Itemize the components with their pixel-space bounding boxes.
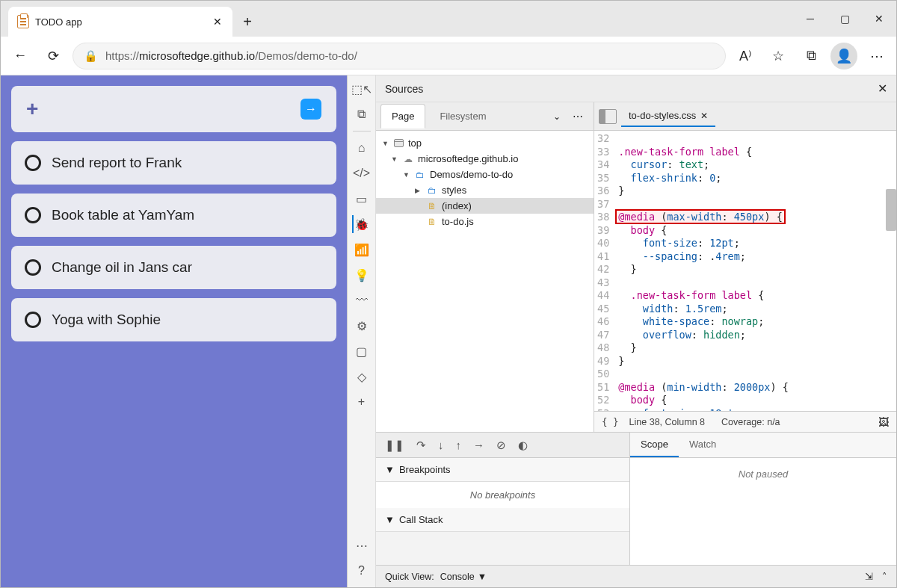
elements-icon[interactable]: </> xyxy=(353,164,371,182)
quickview-select[interactable]: Console ▼ xyxy=(440,572,487,582)
maximize-button[interactable]: ▢ xyxy=(827,1,862,37)
code-editor[interactable]: 3233343536373839404142434445464748495051… xyxy=(594,131,896,411)
todo-item[interactable]: Book table at YamYam xyxy=(11,194,336,237)
not-paused-label: Not paused xyxy=(630,458,896,490)
clipboard-icon xyxy=(17,15,29,28)
step-out-icon[interactable]: ↑ xyxy=(456,439,462,451)
tree-folder[interactable]: ▼ 🗀 Demos/demo-to-do xyxy=(376,167,594,182)
browser-toolbar: ← ⟳ 🔒 https://microsoftedge.github.io/De… xyxy=(1,37,896,75)
performance-icon[interactable]: 〰 xyxy=(353,291,371,309)
tree-label: top xyxy=(408,137,422,149)
cursor-position: Line 38, Column 8 xyxy=(629,417,705,427)
refresh-button[interactable]: ⟳ xyxy=(40,43,67,69)
divider xyxy=(353,131,371,131)
menu-button[interactable]: ⋯ xyxy=(863,43,890,69)
no-breakpoints-label: No breakpoints xyxy=(376,482,629,508)
todo-item[interactable]: Send report to Frank xyxy=(11,141,336,185)
step-icon[interactable]: → xyxy=(473,439,484,451)
devtools-activity-bar: ⬚↖ ⧉ ⌂ </> ▭ 🐞 📶 💡 〰 ⚙ ▢ ◇ + ⋯ ? xyxy=(348,75,376,587)
todo-item[interactable]: Yoga with Sophie xyxy=(11,298,336,341)
inspect-icon[interactable]: ⬚↖ xyxy=(353,80,371,98)
tree-label: (index) xyxy=(442,200,472,211)
quickview-value: Console xyxy=(440,572,475,582)
editor-tab[interactable]: to-do-styles.css ✕ xyxy=(621,105,715,127)
code-lines[interactable]: .new-task-form label { cursor: text; fle… xyxy=(615,131,896,411)
circle-icon[interactable] xyxy=(25,155,41,171)
window-icon xyxy=(394,139,404,147)
callstack-section[interactable]: ▼ Call Stack xyxy=(376,508,629,532)
back-button[interactable]: ← xyxy=(7,43,34,69)
plus-icon: + xyxy=(26,97,38,121)
scope-watch-tabs: Scope Watch xyxy=(630,433,896,458)
section-label: Call Stack xyxy=(399,514,443,525)
window-controls: ─ ▢ ✕ xyxy=(793,1,896,37)
new-tab-button[interactable]: + xyxy=(232,7,262,37)
tab-scope[interactable]: Scope xyxy=(630,433,679,457)
new-task-form[interactable]: + → xyxy=(11,86,336,132)
chevron-down-icon[interactable]: ⌄ xyxy=(549,107,565,126)
memory-icon[interactable]: ⚙ xyxy=(353,317,371,335)
tree-styles[interactable]: ▶ 🗀 styles xyxy=(376,182,594,198)
circle-icon[interactable] xyxy=(25,312,41,328)
device-icon[interactable]: ⧉ xyxy=(353,105,371,123)
settings-icon[interactable]: ⋯ xyxy=(353,536,371,554)
profile-button[interactable]: 👤 xyxy=(830,43,857,69)
close-devtools-icon[interactable]: ✕ xyxy=(878,81,887,96)
close-tab-icon[interactable]: ✕ xyxy=(700,111,708,121)
deactivate-bp-icon[interactable]: ⊘ xyxy=(496,439,506,452)
arrow-down-icon: ▼ xyxy=(391,155,398,163)
braces-icon[interactable]: { } xyxy=(602,416,619,427)
quick-view-bar: Quick View: Console ▼ ⇲ ˄ xyxy=(376,565,896,587)
tab-page[interactable]: Page xyxy=(380,104,425,129)
console-icon[interactable]: ▭ xyxy=(353,190,371,208)
security-icon[interactable]: ◇ xyxy=(353,368,371,386)
tree-label: to-do.js xyxy=(442,216,474,227)
arrow-down-icon: ▼ xyxy=(403,171,410,179)
coverage-label: Coverage: n/a xyxy=(721,417,780,427)
navigator-tabs: Page Filesystem ⌄ ⋯ xyxy=(376,102,594,131)
debugger-right: Scope Watch Not paused xyxy=(630,433,896,565)
browser-tab[interactable]: TODO app ✕ xyxy=(8,7,232,37)
help-icon[interactable]: ? xyxy=(353,562,371,580)
toggle-navigator-icon[interactable] xyxy=(599,109,617,124)
todo-page: + → Send report to Frank Book table at Y… xyxy=(1,75,347,587)
more-tools-icon[interactable]: + xyxy=(353,393,371,411)
close-window-button[interactable]: ✕ xyxy=(862,1,896,37)
circle-icon[interactable] xyxy=(25,259,41,276)
circle-icon[interactable] xyxy=(25,207,41,223)
address-bar[interactable]: 🔒 https://microsoftedge.github.io/Demos/… xyxy=(73,43,726,69)
home-icon[interactable]: ⌂ xyxy=(353,139,371,157)
breakpoints-section[interactable]: ▼ Breakpoints xyxy=(376,458,629,482)
cloud-icon: ☁ xyxy=(403,154,413,164)
network-icon[interactable]: 📶 xyxy=(353,241,371,259)
tree-label: microsoftedge.github.io xyxy=(418,153,518,164)
close-tab-icon[interactable]: ✕ xyxy=(212,16,224,28)
step-into-icon[interactable]: ↓ xyxy=(438,439,444,451)
scrollbar-thumb[interactable] xyxy=(886,189,896,231)
file-icon: 🗎 xyxy=(427,217,437,227)
favorites-button[interactable]: ☆ xyxy=(765,43,792,69)
tree-js[interactable]: 🗎 to-do.js xyxy=(376,214,594,229)
chevron-up-icon[interactable]: ˄ xyxy=(882,571,887,582)
sources-icon[interactable]: 🐞 xyxy=(352,215,370,233)
tree-top[interactable]: ▼ top xyxy=(376,135,594,151)
more-icon[interactable]: ⋯ xyxy=(568,106,589,127)
tab-filesystem[interactable]: Filesystem xyxy=(428,104,497,129)
image-icon[interactable]: 🖼 xyxy=(878,416,889,428)
application-icon[interactable]: ▢ xyxy=(353,342,371,360)
section-label: Breakpoints xyxy=(399,464,451,475)
dock-icon[interactable]: ⇲ xyxy=(865,571,873,582)
minimize-button[interactable]: ─ xyxy=(793,1,827,37)
tab-watch[interactable]: Watch xyxy=(679,433,727,457)
tree-index[interactable]: 🗎 (index) xyxy=(376,198,594,214)
pause-exceptions-icon[interactable]: ◐ xyxy=(518,439,528,452)
step-over-icon[interactable]: ↷ xyxy=(416,439,426,452)
tree-domain[interactable]: ▼ ☁ microsoftedge.github.io xyxy=(376,151,594,167)
todo-label: Send report to Frank xyxy=(52,155,182,171)
submit-arrow-icon[interactable]: → xyxy=(300,99,321,120)
read-aloud-button[interactable]: A⁾ xyxy=(732,43,759,69)
lightbulb-icon[interactable]: 💡 xyxy=(353,266,371,284)
collections-button[interactable]: ⧉ xyxy=(798,43,824,69)
todo-item[interactable]: Change oil in Jans car xyxy=(11,246,336,289)
pause-icon[interactable]: ❚❚ xyxy=(385,439,404,452)
